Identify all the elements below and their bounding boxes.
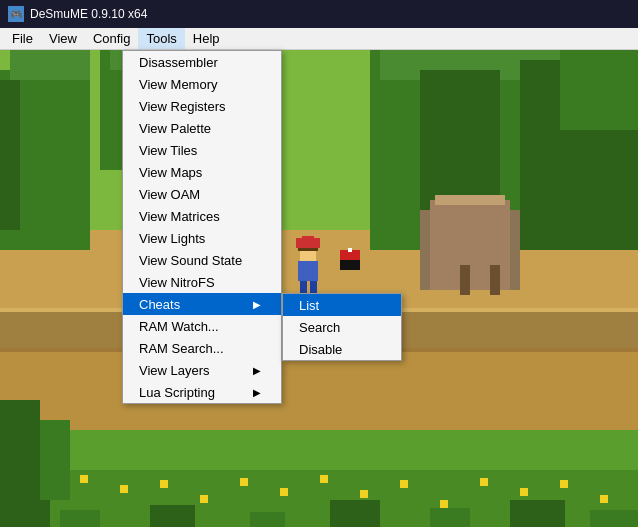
menu-item-view-palette[interactable]: View Palette bbox=[123, 117, 281, 139]
svg-rect-55 bbox=[510, 500, 565, 527]
tools-dropdown: Disassembler View Memory View Registers … bbox=[122, 50, 282, 404]
svg-rect-25 bbox=[310, 281, 317, 293]
app-title: DeSmuME 0.9.10 x64 bbox=[30, 7, 147, 21]
menu-item-view-sound-state[interactable]: View Sound State bbox=[123, 249, 281, 271]
svg-rect-51 bbox=[150, 505, 195, 527]
svg-rect-18 bbox=[435, 195, 505, 205]
svg-rect-56 bbox=[590, 510, 638, 527]
chevron-right-icon: ▶ bbox=[253, 299, 261, 310]
svg-rect-57 bbox=[0, 400, 40, 500]
svg-rect-8 bbox=[0, 80, 20, 230]
menu-config[interactable]: Config bbox=[85, 28, 139, 49]
menu-item-view-maps[interactable]: View Maps bbox=[123, 161, 281, 183]
cheats-list[interactable]: List bbox=[283, 294, 401, 316]
svg-rect-20 bbox=[490, 265, 500, 295]
svg-rect-40 bbox=[280, 488, 288, 496]
svg-rect-52 bbox=[250, 512, 285, 527]
svg-rect-19 bbox=[460, 265, 470, 295]
svg-rect-24 bbox=[300, 281, 307, 293]
svg-rect-30 bbox=[340, 260, 360, 270]
cheats-search[interactable]: Search bbox=[283, 316, 401, 338]
svg-rect-47 bbox=[560, 480, 568, 488]
cheats-submenu: List Search Disable bbox=[282, 293, 402, 361]
menu-item-view-memory[interactable]: View Memory bbox=[123, 73, 281, 95]
svg-rect-53 bbox=[330, 500, 380, 527]
svg-rect-7 bbox=[10, 50, 90, 80]
menu-file[interactable]: File bbox=[4, 28, 41, 49]
menu-help[interactable]: Help bbox=[185, 28, 228, 49]
game-area bbox=[0, 50, 638, 527]
svg-rect-41 bbox=[320, 475, 328, 483]
svg-rect-44 bbox=[440, 500, 448, 508]
svg-rect-35 bbox=[80, 475, 88, 483]
svg-rect-50 bbox=[60, 510, 100, 527]
svg-rect-37 bbox=[160, 480, 168, 488]
menu-item-view-lights[interactable]: View Lights bbox=[123, 227, 281, 249]
menu-item-lua-scripting[interactable]: Lua Scripting ▶ bbox=[123, 381, 281, 403]
app-icon: 🎮 bbox=[8, 6, 24, 22]
menu-tools[interactable]: Tools bbox=[138, 28, 184, 49]
svg-rect-54 bbox=[430, 508, 470, 527]
svg-rect-36 bbox=[120, 485, 128, 493]
chevron-right-icon-layers: ▶ bbox=[253, 365, 261, 376]
menu-bar: File View Config Tools Help bbox=[0, 28, 638, 50]
menu-view[interactable]: View bbox=[41, 28, 85, 49]
menu-item-view-nitrofs[interactable]: View NitroFS bbox=[123, 271, 281, 293]
svg-rect-42 bbox=[360, 490, 368, 498]
svg-rect-38 bbox=[200, 495, 208, 503]
svg-rect-43 bbox=[400, 480, 408, 488]
menu-item-disassembler[interactable]: Disassembler bbox=[123, 51, 281, 73]
menu-item-view-tiles[interactable]: View Tiles bbox=[123, 139, 281, 161]
svg-rect-27 bbox=[302, 236, 314, 242]
menu-item-view-matrices[interactable]: View Matrices bbox=[123, 205, 281, 227]
svg-rect-31 bbox=[348, 248, 352, 252]
svg-rect-46 bbox=[520, 488, 528, 496]
svg-rect-45 bbox=[480, 478, 488, 486]
svg-rect-48 bbox=[600, 495, 608, 503]
menu-item-ram-search[interactable]: RAM Search... bbox=[123, 337, 281, 359]
chevron-right-icon-lua: ▶ bbox=[253, 387, 261, 398]
svg-rect-49 bbox=[0, 500, 50, 527]
svg-rect-23 bbox=[298, 261, 318, 281]
game-canvas bbox=[0, 50, 638, 527]
cheats-disable[interactable]: Disable bbox=[283, 338, 401, 360]
menu-item-view-layers[interactable]: View Layers ▶ bbox=[123, 359, 281, 381]
menu-item-ram-watch[interactable]: RAM Watch... bbox=[123, 315, 281, 337]
menu-item-cheats[interactable]: Cheats ▶ bbox=[123, 293, 281, 315]
svg-rect-5 bbox=[0, 350, 638, 430]
title-bar: 🎮 DeSmuME 0.9.10 x64 bbox=[0, 0, 638, 28]
svg-rect-39 bbox=[240, 478, 248, 486]
svg-rect-15 bbox=[560, 50, 638, 130]
menu-item-view-registers[interactable]: View Registers bbox=[123, 95, 281, 117]
svg-rect-58 bbox=[40, 420, 70, 500]
menu-item-view-oam[interactable]: View OAM bbox=[123, 183, 281, 205]
